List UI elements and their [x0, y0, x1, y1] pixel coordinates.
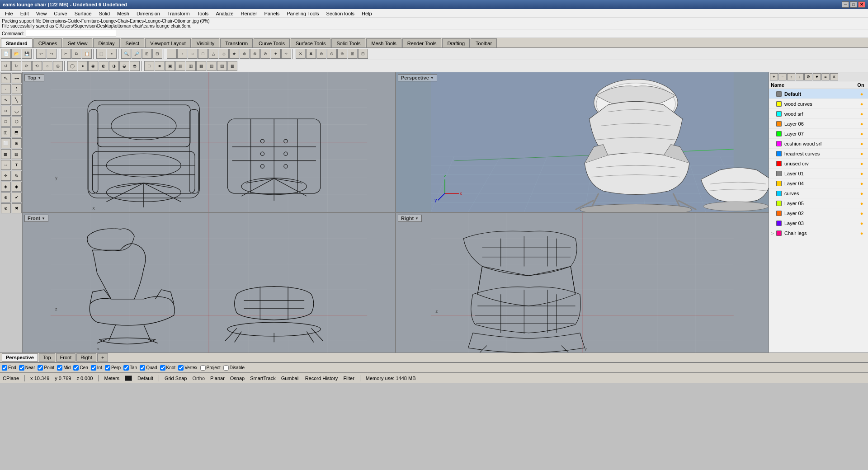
snap-cb-quad[interactable] [140, 365, 145, 371]
rotate-tool[interactable]: ↻ [12, 171, 22, 181]
rp-close[interactable]: ✕ [830, 73, 838, 80]
snap-cb-cen[interactable] [73, 365, 79, 371]
rp-down[interactable]: ↓ [796, 73, 804, 80]
layer-layer-04[interactable]: Layer 04● [769, 179, 868, 188]
tb2-21[interactable]: ▨ [217, 61, 227, 71]
layer-chair-legs[interactable]: ▷Chair legs● [769, 228, 868, 238]
snap-vertex[interactable]: Vertex [178, 365, 197, 371]
viewport-right[interactable]: Right ▼ [396, 213, 769, 352]
vp-tab-add[interactable]: + [97, 353, 108, 362]
snap-disable[interactable]: Disable [223, 365, 245, 371]
ortho-status[interactable]: Ortho [192, 376, 205, 381]
tb-x7[interactable]: ⊟ [358, 49, 368, 59]
viewport-perspective[interactable]: Perspective ▼ [396, 72, 769, 212]
tb-pt8[interactable]: ⊕ [240, 49, 250, 59]
tb2-5[interactable]: ○ [42, 61, 52, 71]
tb2-9[interactable]: ◉ [88, 61, 98, 71]
layer-layer-01[interactable]: Layer 01● [769, 169, 868, 179]
snap-cb-int[interactable] [91, 365, 96, 371]
tb2-4[interactable]: ⟲ [32, 61, 42, 71]
snap-tan[interactable]: Tan [123, 365, 137, 371]
snap-cb-end[interactable] [2, 365, 7, 371]
curve-tool[interactable]: ∿ [1, 95, 11, 105]
analysis-tool[interactable]: ◈ [1, 182, 11, 192]
layer-on-indicator[interactable]: ● [857, 131, 866, 136]
tab-solid-tools[interactable]: Solid Tools [331, 38, 365, 47]
tab-curve-tools[interactable]: Curve Tools [254, 38, 290, 47]
snap-cb-project[interactable] [200, 365, 206, 371]
rp-up[interactable]: ↑ [787, 73, 795, 80]
tab-toolbar[interactable]: Toolbar [471, 38, 497, 47]
rp-delete[interactable]: − [778, 73, 787, 80]
tb-redo[interactable]: ↪ [47, 49, 57, 59]
snap-cb-tan[interactable] [123, 365, 129, 371]
layer-on-indicator[interactable]: ● [857, 201, 866, 206]
tb2-22[interactable]: ▩ [227, 61, 237, 71]
tab-drafting[interactable]: Drafting [442, 38, 470, 47]
menu-item-transform[interactable]: Transform [164, 10, 193, 17]
menu-item-tools[interactable]: Tools [194, 10, 212, 17]
polygon-tool[interactable]: ⬡ [12, 117, 22, 127]
text-tool[interactable]: T [12, 160, 22, 170]
tb-pt6[interactable]: ◇ [219, 49, 229, 59]
tb2-16[interactable]: ▣ [165, 61, 175, 71]
snap-cb-perp[interactable] [105, 365, 110, 371]
tb2-20[interactable]: ▧ [207, 61, 217, 71]
minimize-button[interactable]: ─ [842, 1, 849, 8]
tb-zoom-sel[interactable]: ⊟ [152, 49, 162, 59]
tab-transform[interactable]: Transform [220, 38, 253, 47]
grid-snap-status[interactable]: Grid Snap [165, 376, 187, 381]
layer-on-indicator[interactable]: ● [857, 151, 866, 156]
point-tool[interactable]: · [1, 84, 11, 94]
snap-cen[interactable]: Cen [73, 365, 88, 371]
snap-end[interactable]: End [2, 365, 16, 371]
layer-layer-05[interactable]: Layer 05● [769, 198, 868, 208]
tb2-15[interactable]: ■ [155, 61, 165, 71]
vp-tab-right[interactable]: Right [76, 353, 96, 362]
tb2-12[interactable]: ◒ [119, 61, 129, 71]
layer-on-indicator[interactable]: ● [857, 101, 866, 107]
layer-on-indicator[interactable]: ● [857, 230, 866, 236]
planar-status[interactable]: Planar [210, 376, 225, 381]
tab-select[interactable]: Select [121, 38, 145, 47]
layer-default[interactable]: Default● [769, 89, 868, 99]
record-history-status[interactable]: Record History [305, 376, 338, 381]
solid-tool[interactable]: ⬜ [1, 138, 11, 148]
tb-pt5[interactable]: △ [208, 49, 218, 59]
tb2-2[interactable]: ↻ [11, 61, 21, 71]
tb2-8[interactable]: ● [78, 61, 88, 71]
tb-pt9[interactable]: ⊗ [250, 49, 260, 59]
tb-pt12[interactable]: ✧ [281, 49, 291, 59]
close-button[interactable]: ✕ [858, 1, 865, 8]
tb-pt4[interactable]: □ [198, 49, 208, 59]
layer-on-indicator[interactable]: ● [857, 91, 866, 97]
tb2-6[interactable]: ◎ [53, 61, 63, 71]
move-tool[interactable]: ✛ [1, 171, 11, 181]
tb2-3[interactable]: ⟳ [22, 61, 32, 71]
rp-sort[interactable]: ≡ [821, 73, 830, 80]
surface-tool[interactable]: ◫ [1, 127, 11, 137]
viewport-front[interactable]: Front ▼ [23, 213, 395, 352]
tb2-7[interactable]: ◯ [67, 61, 77, 71]
layer-on-indicator[interactable]: ● [857, 141, 866, 146]
snap-point[interactable]: Point [38, 365, 54, 371]
rp-filter[interactable]: ▼ [813, 73, 821, 80]
layer-on-indicator[interactable]: ● [857, 111, 866, 117]
tb-zoom-ext[interactable]: ⊞ [142, 49, 152, 59]
arc-tool[interactable]: ◡ [12, 106, 22, 116]
smart-track-status[interactable]: SmartTrack [250, 376, 275, 381]
snap-cb-point[interactable] [38, 365, 43, 371]
tb-zoom-out[interactable]: 🔎 [132, 49, 142, 59]
layer-curves[interactable]: curves● [769, 188, 868, 198]
layer-on-indicator[interactable]: ● [857, 171, 866, 176]
menu-item-edit[interactable]: Edit [17, 10, 32, 17]
layer-on-indicator[interactable]: ● [857, 161, 866, 166]
tab-visibility[interactable]: Visibility [192, 38, 220, 47]
tb2-13[interactable]: ◓ [130, 61, 140, 71]
extra-tool4[interactable]: ✖ [12, 203, 22, 213]
layer-layer-07[interactable]: Layer 07● [769, 129, 868, 139]
menu-item-file[interactable]: File [2, 10, 16, 17]
tb-pt3[interactable]: ○ [188, 49, 198, 59]
layer-layer-06[interactable]: Layer 06● [769, 119, 868, 129]
tb-pt7[interactable]: ★ [229, 49, 239, 59]
